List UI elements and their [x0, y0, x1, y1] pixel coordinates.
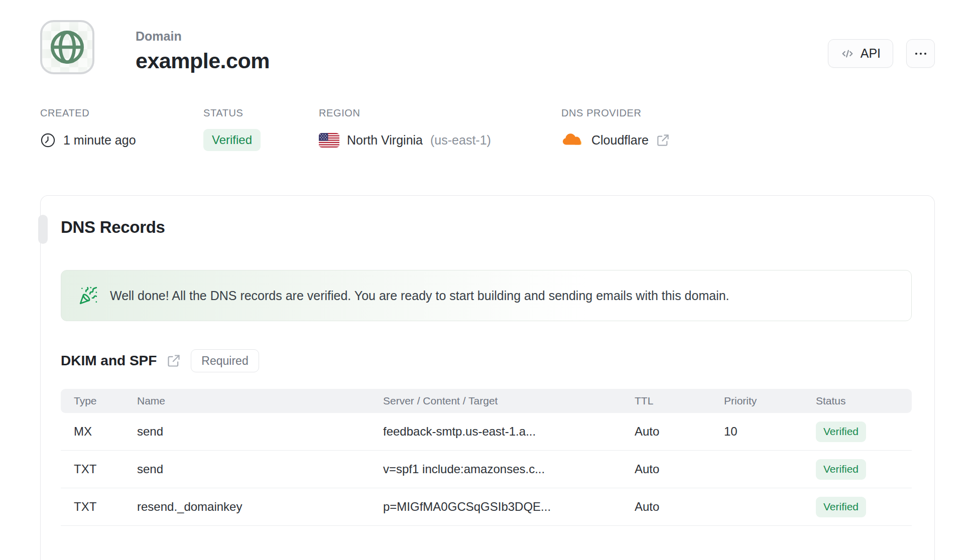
- clock-icon: [40, 132, 56, 148]
- dns-provider-label: DNS PROVIDER: [561, 107, 670, 119]
- cell-content: p=MIGfMA0GCSqGSIb3DQE...: [383, 500, 635, 514]
- cell-priority: 10: [724, 425, 816, 439]
- table-row[interactable]: TXT resend._domainkey p=MIGfMA0GCSqGSIb3…: [61, 488, 912, 526]
- page-title: example.com: [136, 49, 270, 73]
- table-row[interactable]: TXT send v=spf1 include:amazonses.c... A…: [61, 451, 912, 488]
- section-title: DKIM and SPF: [61, 353, 157, 369]
- created-label: CREATED: [40, 107, 203, 119]
- cell-content: feedback-smtp.us-east-1.a...: [383, 425, 635, 439]
- required-badge: Required: [191, 349, 259, 372]
- cell-ttl: Auto: [635, 500, 724, 514]
- cell-name: resend._domainkey: [137, 500, 383, 514]
- globe-icon: [47, 27, 88, 68]
- cell-ttl: Auto: [635, 425, 724, 439]
- cell-type: TXT: [74, 462, 137, 476]
- created-value: 1 minute ago: [63, 133, 136, 148]
- col-header-priority: Priority: [724, 395, 816, 407]
- cell-type: MX: [74, 425, 137, 439]
- domain-page: Domain example.com API: [0, 0, 976, 560]
- region-value: North Virginia: [347, 133, 423, 148]
- external-link-icon[interactable]: [656, 133, 670, 147]
- status-badge: Verified: [816, 422, 866, 442]
- external-link-icon[interactable]: [167, 354, 181, 368]
- cell-name: send: [137, 462, 383, 476]
- cloudflare-icon: [561, 132, 584, 148]
- status-badge: Verified: [816, 497, 866, 517]
- meta-dns-provider: DNS PROVIDER Cloudflare: [561, 107, 670, 151]
- cell-content: v=spf1 include:amazonses.c...: [383, 462, 635, 476]
- col-header-content: Server / Content / Target: [383, 395, 635, 407]
- party-popper-icon: [79, 286, 98, 305]
- page-eyebrow: Domain: [136, 29, 270, 44]
- region-code: (us-east-1): [430, 133, 491, 148]
- more-button[interactable]: [906, 39, 935, 68]
- cell-type: TXT: [74, 500, 137, 514]
- api-button-label: API: [861, 46, 881, 61]
- us-flag-icon: [319, 133, 339, 148]
- table-row[interactable]: MX send feedback-smtp.us-east-1.a... Aut…: [61, 413, 912, 451]
- ellipsis-icon: [914, 52, 927, 56]
- status-badge: Verified: [816, 459, 866, 480]
- card-notch: [38, 215, 48, 244]
- col-header-type: Type: [74, 395, 137, 407]
- header-actions: API: [828, 39, 935, 68]
- meta-region: REGION: [319, 107, 561, 151]
- dns-records-card: DNS Records Well done! All the DNS recor…: [40, 195, 935, 560]
- dns-records-table: Type Name Server / Content / Target TTL …: [61, 389, 912, 526]
- avatar: [40, 20, 94, 74]
- dns-provider-value: Cloudflare: [591, 133, 649, 148]
- page-header: Domain example.com API: [40, 20, 935, 74]
- card-title: DNS Records: [61, 218, 912, 237]
- banner-message: Well done! All the DNS records are verif…: [110, 289, 729, 303]
- status-label: STATUS: [203, 107, 319, 119]
- col-header-status: Status: [816, 395, 912, 407]
- meta-created: CREATED 1 minute ago: [40, 107, 203, 151]
- col-header-ttl: TTL: [635, 395, 724, 407]
- success-banner: Well done! All the DNS records are verif…: [61, 270, 912, 321]
- page-titles: Domain example.com: [136, 20, 270, 73]
- meta-row: CREATED 1 minute ago STATUS Verified REG…: [40, 107, 935, 151]
- cell-name: send: [137, 425, 383, 439]
- api-button[interactable]: API: [828, 39, 893, 68]
- status-badge: Verified: [203, 129, 261, 151]
- code-icon: [840, 47, 855, 61]
- meta-status: STATUS Verified: [203, 107, 319, 151]
- col-header-name: Name: [137, 395, 383, 407]
- region-label: REGION: [319, 107, 561, 119]
- table-header-row: Type Name Server / Content / Target TTL …: [61, 389, 912, 413]
- dkim-spf-section-header: DKIM and SPF Required: [61, 349, 912, 372]
- cell-ttl: Auto: [635, 462, 724, 476]
